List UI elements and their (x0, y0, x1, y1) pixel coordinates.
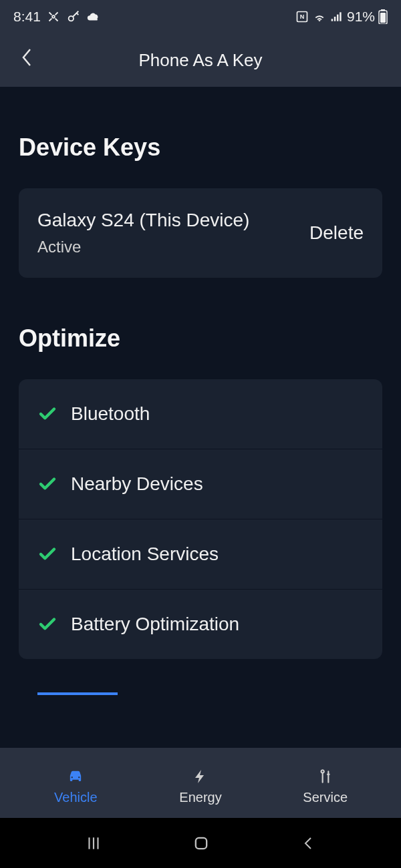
svg-rect-4 (331, 19, 333, 21)
check-icon (37, 614, 57, 634)
system-nav (0, 818, 401, 868)
optimize-title: Optimize (19, 324, 382, 353)
status-right: N 91% (295, 9, 388, 25)
tab-indicator (37, 692, 118, 695)
nfc-icon: N (295, 10, 309, 23)
wifi-icon (312, 9, 327, 24)
svg-rect-14 (196, 837, 207, 848)
check-icon (37, 474, 57, 494)
status-left: 8:41 (13, 9, 101, 25)
status-time: 8:41 (13, 9, 41, 25)
device-status: Active (37, 238, 249, 256)
device-card: Galaxy S24 (This Device) Active Delete (19, 188, 382, 278)
status-battery-text: 91% (347, 9, 375, 25)
signal-icon (330, 10, 344, 23)
optimize-item-nearby-devices[interactable]: Nearby Devices (19, 449, 382, 519)
back-system-button[interactable] (300, 835, 316, 852)
svg-rect-7 (340, 12, 342, 21)
svg-text:N: N (300, 13, 305, 20)
bottom-nav: Vehicle Energy Service (0, 748, 401, 818)
lightning-icon (191, 767, 210, 786)
home-button[interactable] (192, 834, 211, 853)
svg-rect-6 (337, 15, 339, 21)
optimize-list: Bluetooth Nearby Devices Location Servic… (19, 379, 382, 659)
device-name: Galaxy S24 (This Device) (37, 210, 249, 231)
optimize-item-location-services[interactable]: Location Services (19, 519, 382, 590)
svg-rect-10 (380, 13, 386, 23)
check-icon (37, 544, 57, 564)
nav-service-label: Service (303, 790, 348, 805)
optimize-label: Nearby Devices (71, 473, 203, 495)
battery-icon (378, 9, 388, 24)
page-title: Phone As A Key (13, 50, 388, 71)
recents-button[interactable] (85, 835, 102, 852)
back-button[interactable] (20, 47, 33, 73)
nav-vehicle[interactable]: Vehicle (13, 767, 138, 805)
nav-energy-label: Energy (179, 790, 221, 805)
key-icon (66, 9, 81, 24)
optimize-item-battery-optimization[interactable]: Battery Optimization (19, 590, 382, 659)
svg-rect-5 (334, 17, 336, 21)
device-keys-title: Device Keys (19, 134, 382, 162)
svg-point-0 (52, 15, 55, 18)
nav-energy[interactable]: Energy (138, 767, 263, 805)
svg-point-1 (69, 16, 74, 21)
device-info: Galaxy S24 (This Device) Active (37, 210, 249, 256)
optimize-label: Bluetooth (71, 403, 150, 425)
main-content: Device Keys Galaxy S24 (This Device) Act… (0, 87, 401, 748)
check-icon (37, 404, 57, 424)
nav-vehicle-label: Vehicle (54, 790, 98, 805)
app-header: Phone As A Key (0, 33, 401, 87)
optimize-item-bluetooth[interactable]: Bluetooth (19, 379, 382, 449)
nav-service[interactable]: Service (263, 767, 388, 805)
delete-button[interactable]: Delete (309, 222, 364, 244)
fan-icon (46, 9, 61, 24)
status-bar: 8:41 N 91% (0, 0, 401, 33)
car-icon (66, 767, 85, 786)
tools-icon (316, 767, 335, 786)
cloud-icon (86, 9, 101, 24)
optimize-label: Battery Optimization (71, 614, 239, 635)
optimize-label: Location Services (71, 544, 219, 565)
